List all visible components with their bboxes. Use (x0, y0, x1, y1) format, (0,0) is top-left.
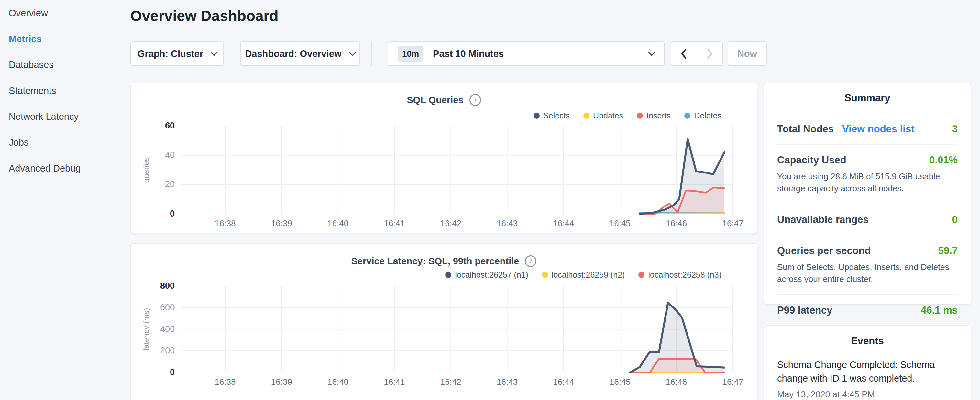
legend-item[interactable]: localhost:26257 (n1) (445, 270, 528, 280)
summary-row-p99-latency: P99 latency 46.1 ms (777, 295, 958, 325)
sidebar-item-overview[interactable]: Overview (0, 0, 129, 26)
y-axis-tick-label: 800 (142, 281, 175, 291)
metrics-overview-page: { "sidebar": { "items": [ { "label": "Ov… (0, 0, 980, 400)
legend-swatch-icon (637, 113, 643, 119)
graph-dropdown[interactable]: Graph: Cluster (130, 41, 224, 66)
summary-label: Capacity Used (777, 155, 846, 166)
x-axis-tick-label: 16:43 (485, 218, 530, 228)
chevron-right-icon (706, 48, 713, 59)
legend-swatch-icon (638, 272, 644, 278)
summary-value: 59.7 (938, 245, 958, 257)
sidebar-item-jobs[interactable]: Jobs (0, 129, 129, 155)
sidebar-nav: Overview Metrics Databases Statements Ne… (0, 0, 129, 181)
x-axis-tick-label: 16:43 (485, 377, 530, 387)
previous-time-button[interactable] (671, 42, 697, 65)
legend-label: Deletes (694, 111, 721, 120)
x-axis-tick-label: 16:39 (259, 377, 304, 387)
view-nodes-list-link[interactable]: View nodes list (842, 123, 914, 135)
chart-title: Service Latency: SQL, 99th percentile (352, 256, 519, 267)
chart-plot-area[interactable] (181, 286, 744, 373)
summary-caption: Sum of Selects, Updates, Inserts, and De… (777, 261, 958, 285)
y-axis-tick-label: 40 (142, 150, 175, 160)
legend-item[interactable]: Inserts (637, 111, 671, 120)
legend-label: localhost:26259 (n2) (552, 270, 625, 280)
graph-dropdown-label: Graph: Cluster (137, 49, 203, 59)
summary-heading: Summary (764, 83, 970, 104)
chevron-left-icon (680, 48, 688, 59)
legend-item[interactable]: localhost:26258 (n3) (638, 270, 721, 280)
now-button[interactable]: Now (728, 41, 767, 66)
y-axis-tick-label: 200 (142, 346, 175, 356)
legend-label: localhost:26257 (n1) (455, 270, 528, 280)
sidebar-item-metrics[interactable]: Metrics (0, 26, 129, 52)
legend-item[interactable]: Selects (533, 111, 570, 120)
summary-label: Unavailable ranges (777, 214, 869, 226)
y-axis-tick-label: 0 (142, 367, 175, 377)
y-axis-title: queries (142, 157, 151, 183)
dashboard-dropdown-label: Dashboard: Overview (245, 49, 341, 59)
chart-legend: SelectsUpdatesInsertsDeletes (533, 111, 721, 120)
events-heading: Events (764, 325, 970, 347)
next-time-button[interactable] (697, 42, 722, 65)
toolbar-divider (371, 41, 372, 66)
event-list-item[interactable]: Schema Change Completed: Schema change w… (764, 347, 970, 400)
chart-canvas (181, 126, 744, 214)
summary-value: 0 (952, 214, 958, 226)
x-axis-tick-label: 16:39 (259, 218, 304, 228)
x-axis-tick-label: 16:45 (597, 218, 643, 228)
info-icon[interactable]: i (525, 255, 536, 267)
service-latency-chart-card: Service Latency: SQL, 99th percentile i … (130, 243, 757, 400)
summary-row-queries-per-second: Queries per second 59.7 Sum of Selects, … (777, 235, 958, 295)
x-axis-tick-label: 16:47 (710, 377, 756, 387)
sidebar-item-databases[interactable]: Databases (0, 52, 129, 78)
chart-canvas (181, 286, 744, 373)
x-axis-tick-label: 16:40 (315, 218, 361, 228)
legend-swatch-icon (583, 113, 590, 119)
x-axis-tick-label: 16:45 (597, 377, 643, 387)
x-axis-tick-label: 16:38 (202, 218, 248, 228)
legend-item[interactable]: Deletes (684, 111, 721, 120)
time-range-dropdown[interactable]: 10m Past 10 Minutes (388, 41, 665, 66)
chart-plot-area[interactable] (181, 126, 744, 214)
now-button-label: Now (737, 49, 757, 59)
legend-item[interactable]: Updates (583, 111, 623, 120)
legend-swatch-icon (533, 113, 540, 119)
legend-item[interactable]: localhost:26259 (n2) (542, 270, 625, 280)
summary-label: Total Nodes (777, 123, 834, 135)
x-axis-tick-label: 16:41 (372, 377, 417, 387)
y-axis-tick-label: 20 (142, 179, 175, 189)
x-axis-tick-label: 16:42 (428, 377, 473, 387)
summary-value: 3 (952, 123, 958, 135)
legend-label: localhost:26258 (n3) (648, 270, 721, 280)
legend-swatch-icon (542, 272, 548, 278)
legend-label: Updates (593, 111, 623, 120)
chevron-down-icon (349, 49, 356, 56)
summary-caption: You are using 28.6 MiB of 515.9 GiB usab… (777, 171, 958, 194)
summary-label: Queries per second (777, 245, 871, 257)
sql-queries-chart-card: SQL Queries i SelectsUpdatesInsertsDelet… (130, 83, 757, 233)
chevron-down-icon (648, 49, 655, 56)
legend-swatch-icon (684, 113, 690, 119)
y-axis-tick-label: 600 (142, 303, 175, 312)
event-timestamp: May 13, 2020 at 4:45 PM (777, 390, 958, 400)
time-range-label: Past 10 Minutes (433, 49, 504, 59)
x-axis-tick-label: 16:46 (654, 377, 699, 387)
sidebar-item-network-latency[interactable]: Network Latency (0, 104, 129, 129)
x-axis-tick-label: 16:38 (202, 377, 248, 387)
chevron-down-icon (211, 49, 217, 56)
summary-panel: Summary Total Nodes View nodes list 3 Ca… (764, 83, 971, 304)
chart-title: SQL Queries (407, 95, 463, 105)
summary-row-capacity-used: Capacity Used 0.01% You are using 28.6 M… (777, 145, 958, 204)
x-axis-tick-label: 16:42 (428, 218, 473, 228)
x-axis-tick-label: 16:44 (541, 218, 586, 228)
info-icon[interactable]: i (469, 94, 481, 106)
dashboard-dropdown[interactable]: Dashboard: Overview (240, 41, 360, 66)
sidebar-item-advanced-debug[interactable]: Advanced Debug (0, 155, 129, 181)
legend-swatch-icon (445, 272, 451, 278)
sidebar-item-statements[interactable]: Statements (0, 78, 129, 104)
events-panel: Events Schema Change Completed: Schema c… (764, 325, 971, 400)
x-axis-tick-label: 16:40 (315, 377, 361, 387)
summary-label: P99 latency (777, 304, 832, 316)
summary-row-total-nodes: Total Nodes View nodes list 3 (777, 113, 958, 145)
x-axis-tick-label: 16:47 (710, 218, 756, 228)
